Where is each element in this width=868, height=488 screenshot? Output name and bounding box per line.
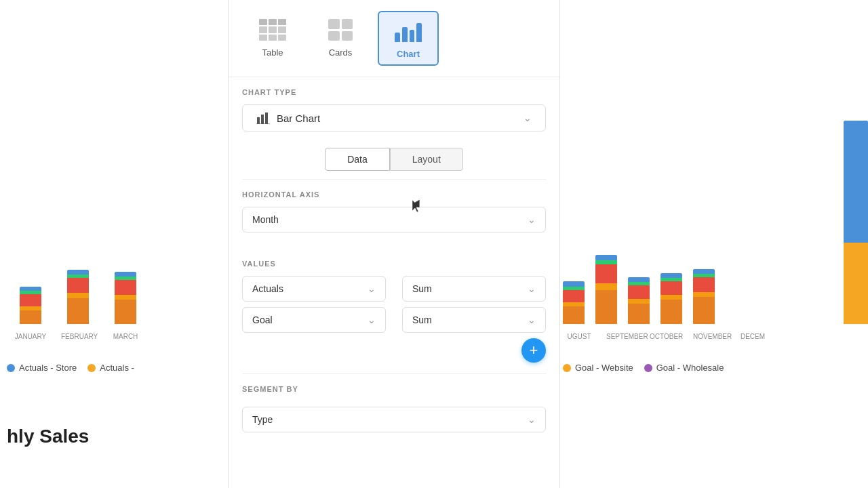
segment-by-chevron: ⌄ (528, 414, 536, 425)
sub-tab-layout[interactable]: Layout (390, 148, 463, 171)
chart-type-dropdown[interactable]: Bar Chart ⌄ (242, 104, 546, 131)
bar-february (61, 270, 95, 324)
legend-goal-wholesale: Goal - Wholesale (644, 363, 724, 373)
chart-icon (391, 18, 426, 45)
values-header: VALUES (229, 249, 559, 273)
segment-by-value: Type (252, 414, 273, 425)
bar-august (563, 281, 585, 324)
bar-chart-icon (256, 112, 270, 124)
tab-cards[interactable]: Cards (310, 11, 371, 63)
tab-chart[interactable]: Chart (378, 11, 439, 66)
month-label-feb: FEBRUARY (61, 333, 95, 340)
goal-label: Goal (252, 314, 273, 325)
legend-actuals-2: Actuals - (87, 363, 134, 373)
add-value-button[interactable]: + (521, 338, 546, 363)
segment-by-field: Type ⌄ (229, 399, 559, 446)
segment-by-select[interactable]: Type ⌄ (242, 407, 546, 432)
values-field-actuals[interactable]: Actuals ⌄ (242, 276, 386, 302)
actuals-label: Actuals (252, 283, 283, 294)
month-label-aug: UGUST (563, 333, 595, 340)
values-agg-actuals[interactable]: Sum ⌄ (402, 276, 546, 302)
segment-by-header: SEGMENT BY (229, 374, 559, 399)
legend-goal-website: Goal - Website (563, 363, 633, 373)
legend-actuals-store: Actuals - Store (7, 363, 77, 373)
tab-chart-label: Chart (397, 49, 420, 59)
sub-tabs-container: Data Layout (242, 140, 546, 179)
goal-agg-chevron: ⌄ (528, 314, 536, 325)
actuals-agg-label: Sum (412, 283, 432, 294)
values-row-actuals: Actuals ⌄ Sum ⌄ (242, 276, 546, 302)
table-icon (255, 16, 290, 43)
chart-title: hly Sales (7, 426, 89, 447)
bar-october (628, 277, 650, 324)
actuals-chevron: ⌄ (368, 283, 376, 294)
chart-type-label: Bar Chart (277, 113, 320, 124)
view-type-tabs: Table Cards Chart (229, 0, 559, 77)
month-label-mar: MARCH (108, 333, 142, 340)
chevron-down-icon: ⌄ (524, 113, 532, 123)
values-agg-goal[interactable]: Sum ⌄ (402, 307, 546, 333)
svg-rect-2 (265, 113, 268, 124)
horizontal-axis-header: HORIZONTAL AXIS (229, 180, 559, 204)
horizontal-axis-select[interactable]: Month ⌄ (242, 207, 546, 232)
bar-january (14, 287, 47, 324)
month-label-nov: NOVEMBER (693, 333, 726, 340)
goal-chevron: ⌄ (368, 314, 376, 325)
tab-cards-label: Cards (329, 47, 353, 58)
svg-rect-1 (261, 115, 264, 124)
tab-table[interactable]: Table (242, 11, 303, 63)
bar-march (108, 272, 142, 324)
values-row-goal: Goal ⌄ Sum ⌄ (242, 307, 546, 333)
values-field-goal[interactable]: Goal ⌄ (242, 307, 386, 333)
month-label-jan: JANUARY (14, 333, 47, 340)
bar-december (693, 269, 715, 324)
bar-november (660, 273, 682, 324)
tab-table-label: Table (262, 47, 283, 58)
chart-type-section-header: CHART TYPE (229, 77, 559, 102)
month-label-sep: SEPTEMBER (606, 333, 639, 340)
values-fields: Actuals ⌄ Sum ⌄ Goal ⌄ Sum ⌄ + (229, 273, 559, 373)
horizontal-axis-value: Month (252, 214, 279, 225)
bar-september (595, 255, 617, 324)
chart-type-left: Bar Chart (256, 112, 320, 124)
month-label-dec: DECEM (736, 333, 769, 340)
sub-tab-data[interactable]: Data (325, 148, 390, 171)
settings-panel: Table Cards Chart (228, 0, 560, 488)
month-label-oct: OCTOBER (650, 333, 682, 340)
svg-rect-0 (257, 117, 260, 124)
cards-icon (323, 16, 358, 43)
actuals-agg-chevron: ⌄ (528, 283, 536, 294)
horizontal-axis-chevron: ⌄ (528, 214, 536, 225)
goal-agg-label: Sum (412, 314, 432, 325)
horizontal-axis-field: Month ⌄ (229, 204, 559, 249)
